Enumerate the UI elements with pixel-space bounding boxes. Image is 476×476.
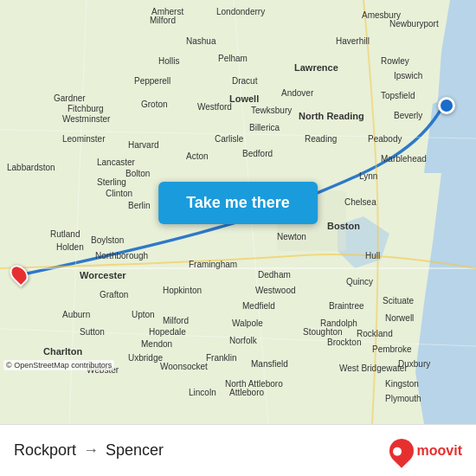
city-label: Chelsea <box>344 197 376 207</box>
city-label: Clinton <box>106 189 132 198</box>
city-label: Harvard <box>128 140 159 150</box>
city-label: Newburyport <box>389 19 439 29</box>
city-label: Rowley <box>381 56 409 66</box>
city-label: Tewksbury <box>251 106 292 115</box>
city-label: Peabody <box>368 134 402 144</box>
take-me-there-button[interactable]: Take me there <box>158 182 318 224</box>
city-label: Carlisle <box>215 134 243 144</box>
city-label: Stoughton <box>303 327 343 337</box>
city-label: Westford <box>197 102 232 112</box>
route-to: Spencer <box>106 441 164 460</box>
city-label: Worcester <box>80 270 126 280</box>
route-arrow-icon: → <box>83 441 99 460</box>
city-label: Woonsocket <box>160 362 208 371</box>
city-label: Milford <box>163 316 189 325</box>
city-label: Hollis <box>158 56 179 66</box>
city-label: Milford <box>150 16 176 25</box>
city-label: Quincy <box>346 277 373 286</box>
city-label: Mendon <box>141 339 172 349</box>
city-label: Auburn <box>62 310 90 319</box>
origin-marker <box>438 97 455 114</box>
moovit-logo: moovit <box>389 439 462 463</box>
map-container: AmherstMilfordLondonderryAmesburyNewbury… <box>0 0 476 424</box>
city-label: Acton <box>186 151 209 161</box>
city-label: Leominster <box>62 134 105 144</box>
city-label: Lynn <box>359 171 377 181</box>
city-label: Westminster <box>62 114 110 124</box>
city-label: Westwood <box>255 286 296 295</box>
city-label: Labbardston <box>7 163 55 172</box>
route-info: Rockport → Spencer <box>14 441 164 460</box>
city-label: Northborough <box>95 251 148 261</box>
city-label: Medfield <box>242 301 275 311</box>
city-label: Hopkinton <box>163 286 202 295</box>
city-label: Pelham <box>218 54 248 63</box>
city-label: Boylston <box>91 235 124 245</box>
city-label: Berlin <box>128 201 151 210</box>
city-label: Londonderry <box>216 7 265 16</box>
city-label: Marblehead <box>381 154 427 164</box>
city-label: Dedham <box>258 270 291 280</box>
destination-marker <box>11 264 27 285</box>
city-label: West Bridgewater <box>339 363 408 373</box>
city-label: Uxbridge <box>128 353 163 363</box>
city-label: Ipswich <box>394 71 422 80</box>
city-label: Beverly <box>394 111 422 120</box>
city-label: Hull <box>365 251 380 261</box>
moovit-icon <box>384 434 419 468</box>
city-label: Kingston <box>385 379 419 389</box>
city-label: Newton <box>277 232 306 241</box>
city-label: Haverhill <box>336 36 370 46</box>
city-label: Boston <box>327 221 360 231</box>
city-label: Walpole <box>232 318 263 328</box>
city-label: Hopedale <box>149 327 186 337</box>
city-label: Norfolk <box>229 336 257 345</box>
city-label: Sutton <box>80 327 105 337</box>
city-label: Sterling <box>97 177 126 187</box>
city-label: Brockton <box>327 338 361 347</box>
city-label: Pepperell <box>134 76 170 86</box>
city-label: Rockland <box>357 329 393 338</box>
city-label: North Reading <box>299 111 364 121</box>
bottom-bar: Rockport → Spencer moovit <box>0 424 476 476</box>
city-label: Lincoln <box>189 388 216 397</box>
city-label: Lawrence <box>294 62 338 73</box>
city-label: Topsfield <box>381 91 415 100</box>
city-label: Attleboro <box>229 388 264 397</box>
city-label: Franklin <box>206 353 237 363</box>
city-label: Billerica <box>249 123 280 132</box>
city-label: Gardner <box>54 93 86 103</box>
city-label: Mansfield <box>251 359 288 369</box>
route-from: Rockport <box>14 441 76 460</box>
city-label: Dracut <box>232 76 257 86</box>
city-label: Fitchburg <box>68 104 104 113</box>
city-label: Framingham <box>189 260 237 269</box>
city-label: Holden <box>56 242 84 252</box>
city-label: Norwell <box>385 313 414 323</box>
city-label: Upton <box>132 310 155 319</box>
city-label: Groton <box>141 100 168 109</box>
city-label: Reading <box>305 134 337 144</box>
city-label: Bedford <box>242 149 273 158</box>
city-label: Lowell <box>229 93 259 104</box>
city-label: Braintree <box>329 301 364 311</box>
city-label: Pembroke <box>372 344 412 354</box>
city-label: Bolton <box>125 169 150 178</box>
city-label: Rutland <box>50 229 80 239</box>
city-label: Lancaster <box>97 158 135 167</box>
city-label: Charlton <box>43 346 82 357</box>
city-label: Andover <box>281 88 313 98</box>
moovit-text: moovit <box>417 443 462 459</box>
city-label: Scituate <box>383 296 414 306</box>
osm-attribution: © OpenStreetMap contributors <box>3 360 114 370</box>
city-label: Plymouth <box>385 394 421 403</box>
city-label: Grafton <box>100 290 128 299</box>
city-label: Nashua <box>186 36 215 46</box>
